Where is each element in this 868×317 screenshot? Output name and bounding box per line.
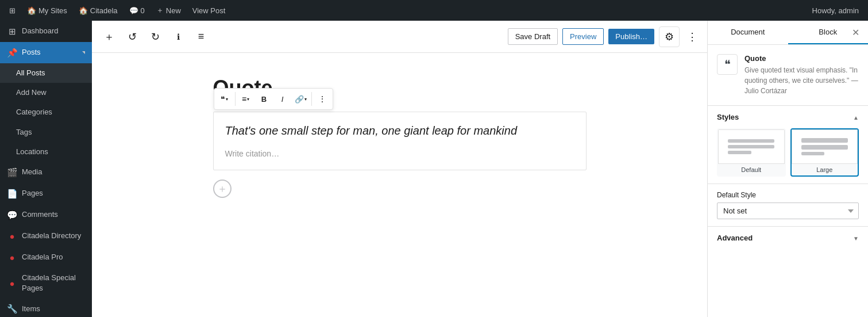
main-layout: ⊞ Dashboard 📌 Posts All Posts Add New Ca… — [0, 21, 868, 317]
styles-title: Styles — [717, 113, 739, 121]
settings-button[interactable]: ⚙ — [659, 26, 680, 47]
comments-link[interactable]: 💬 0 — [125, 0, 149, 21]
home-icon: 🏠 — [27, 6, 36, 15]
default-style-label: Default Style — [717, 191, 859, 199]
default-style-section: Default Style Not set — [708, 184, 868, 227]
comment-icon: 💬 — [129, 6, 138, 15]
citadela-link[interactable]: 🏠 Citadela — [74, 0, 122, 21]
preview-button[interactable]: Preview — [562, 28, 604, 45]
sidebar-item-citadela-directory[interactable]: ● Citadela Directory — [0, 226, 92, 247]
sidebar-item-categories[interactable]: Categories — [0, 102, 92, 122]
sidebar-item-dashboard[interactable]: ⊞ Dashboard — [0, 21, 92, 42]
sidebar-item-items[interactable]: 🔧 Items — [0, 298, 92, 317]
style-large[interactable]: Large — [790, 128, 859, 177]
block-more-icon: ⋮ — [318, 94, 326, 104]
style-options: Default Large — [717, 128, 859, 177]
block-info-description: Give quoted text visual emphasis. "In qu… — [744, 65, 859, 96]
large-line-2 — [801, 145, 848, 150]
publish-button[interactable]: Publish… — [608, 29, 654, 44]
add-icon: ＋ — [217, 182, 227, 196]
my-sites-link[interactable]: 🏠 My Sites — [22, 0, 72, 21]
style-default[interactable]: Default — [717, 128, 786, 177]
list-view-button[interactable]: ≡ — [191, 26, 211, 47]
sidebar-item-citadela-special[interactable]: ● Citadela Special Pages — [0, 268, 92, 298]
admin-bar-right: Howdy, admin — [808, 6, 863, 15]
new-link[interactable]: ＋ New — [152, 0, 186, 21]
panel-close-button[interactable]: ✕ — [845, 22, 866, 43]
quote-type-button[interactable]: ❝ ▾ — [215, 90, 234, 108]
editor-content: Quote ❝ ▾ ≡ ▾ B — [92, 53, 707, 317]
large-line-1 — [801, 138, 848, 143]
align-dropdown-icon: ▾ — [247, 97, 249, 102]
styles-collapse-icon — [853, 113, 859, 121]
add-block-icon: ＋ — [104, 30, 114, 44]
sidebar-item-all-posts[interactable]: All Posts — [0, 63, 92, 83]
advanced-header[interactable]: Advanced — [717, 234, 859, 242]
save-draft-button[interactable]: Save Draft — [508, 28, 558, 45]
wordpress-logo[interactable]: ⊞ — [5, 0, 20, 21]
align-button[interactable]: ≡ ▾ — [237, 90, 255, 108]
sidebar-item-citadela-pro[interactable]: ● Citadela Pro — [0, 247, 92, 268]
toolbar-sep-1 — [235, 92, 236, 106]
advanced-title: Advanced — [717, 234, 753, 242]
preview-line-3 — [728, 151, 751, 154]
citadela-pro-icon: ● — [7, 251, 17, 263]
sidebar-item-add-new[interactable]: Add New — [0, 83, 92, 102]
quote-dropdown-icon: ▾ — [226, 97, 228, 102]
sidebar-item-media[interactable]: 🎬 Media — [0, 162, 92, 183]
add-block-below-button[interactable]: ＋ — [213, 179, 232, 198]
editor-toolbar: ＋ ↺ ↻ ℹ ≡ Save Draft Preview Publish… ⚙ — [92, 21, 707, 53]
posts-submenu: All Posts Add New Categories Tags Locati… — [0, 63, 92, 162]
block-info-title: Quote — [744, 54, 859, 63]
citadela-special-icon: ● — [7, 277, 17, 289]
right-panel: Document Block ✕ ❝ Quote Give quoted tex… — [707, 21, 868, 317]
info-button[interactable]: ℹ — [168, 26, 188, 47]
citadela-home-icon: 🏠 — [79, 6, 88, 15]
wordpress-icon: ⊞ — [9, 6, 16, 15]
howdy-text: Howdy, admin — [808, 6, 863, 15]
add-block-button[interactable]: ＋ — [99, 26, 119, 47]
large-preview-lines — [801, 138, 848, 155]
media-icon: 🎬 — [7, 166, 17, 178]
redo-button[interactable]: ↻ — [145, 26, 165, 47]
styles-section: Styles Default — [708, 106, 868, 184]
style-default-preview — [718, 129, 785, 164]
link-button[interactable]: 🔗 ▾ — [292, 90, 310, 108]
quote-block[interactable]: ❝ ▾ ≡ ▾ B I — [213, 112, 587, 170]
sidebar-item-posts[interactable]: 📌 Posts — [0, 42, 92, 63]
style-large-preview — [792, 129, 858, 164]
sidebar-item-locations[interactable]: Locations — [0, 142, 92, 162]
style-large-label: Large — [792, 164, 858, 175]
sidebar: ⊞ Dashboard 📌 Posts All Posts Add New Ca… — [0, 21, 92, 317]
link-dropdown-icon: ▾ — [304, 97, 307, 102]
quote-text[interactable]: That's one small step for man, one giant… — [225, 121, 574, 140]
block-info-text: Quote Give quoted text visual emphasis. … — [744, 54, 859, 96]
advanced-collapse-icon — [853, 234, 859, 242]
styles-section-header[interactable]: Styles — [717, 113, 859, 121]
list-icon: ≡ — [198, 30, 205, 43]
large-line-3 — [801, 152, 825, 155]
undo-button[interactable]: ↺ — [122, 26, 142, 47]
redo-icon: ↻ — [151, 30, 160, 43]
info-icon: ℹ — [177, 32, 180, 41]
dashboard-icon: ⊞ — [7, 25, 17, 37]
more-options-button[interactable]: ⋮ — [684, 26, 700, 47]
preview-line-1 — [728, 139, 774, 143]
default-style-select[interactable]: Not set — [717, 203, 859, 219]
view-post-link[interactable]: View Post — [188, 0, 230, 21]
quote-citation[interactable]: Write citation… — [225, 147, 574, 161]
admin-bar: ⊞ 🏠 My Sites 🏠 Citadela 💬 0 ＋ New View P… — [0, 0, 868, 21]
bold-button[interactable]: B — [255, 90, 273, 108]
block-more-button[interactable]: ⋮ — [313, 90, 331, 108]
more-icon: ⋮ — [687, 30, 697, 43]
default-preview-lines — [728, 139, 774, 154]
link-icon: 🔗 — [295, 95, 304, 104]
block-info-section: ❝ Quote Give quoted text visual emphasis… — [708, 45, 868, 106]
sidebar-item-comments[interactable]: 💬 Comments — [0, 204, 92, 226]
italic-button[interactable]: I — [273, 90, 292, 108]
tab-document[interactable]: Document — [708, 21, 788, 44]
advanced-section: Advanced — [708, 227, 868, 249]
sidebar-item-tags[interactable]: Tags — [0, 123, 92, 142]
sidebar-item-pages[interactable]: 📄 Pages — [0, 183, 92, 204]
posts-arrow-icon — [82, 51, 85, 54]
